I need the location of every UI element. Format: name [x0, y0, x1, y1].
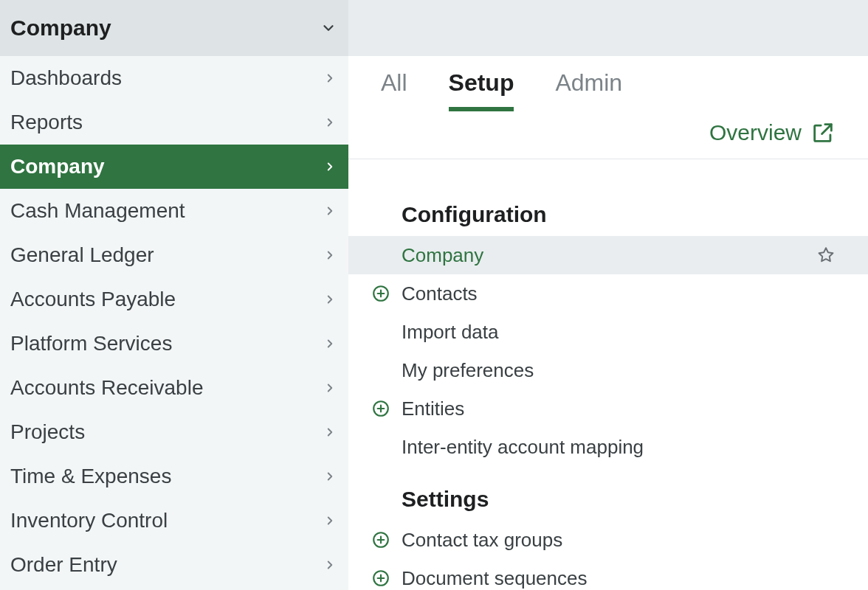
entry-document-sequences[interactable]: Document sequences [348, 559, 868, 590]
sidebar-item-label: Projects [10, 420, 85, 444]
section-gap [348, 466, 868, 487]
sidebar-item-order-entry[interactable]: Order Entry [0, 543, 348, 587]
overview-link[interactable]: Overview [709, 120, 802, 145]
entry-my-preferences[interactable]: My preferences [348, 351, 868, 389]
entry-label: Entities [402, 398, 464, 420]
chevron-right-icon [323, 72, 337, 85]
tab-admin[interactable]: Admin [555, 69, 622, 111]
chevron-right-icon [323, 293, 337, 306]
sidebar-item-reports[interactable]: Reports [0, 100, 348, 145]
entry-company[interactable]: Company [348, 236, 868, 274]
star-icon[interactable] [816, 246, 836, 265]
sidebar-item-inventory-control[interactable]: Inventory Control [0, 499, 348, 543]
chevron-right-icon [323, 337, 337, 350]
plus-circle-icon[interactable] [371, 530, 391, 549]
sidebar-item-label: Cash Management [10, 199, 185, 223]
overview-row: Overview [348, 111, 868, 159]
chevron-right-icon [323, 381, 337, 395]
section-title: Settings [348, 487, 868, 521]
entry-contacts[interactable]: Contacts [348, 274, 868, 313]
plus-circle-icon[interactable] [371, 399, 391, 418]
sidebar-item-label: Reports [10, 111, 83, 134]
chevron-right-icon [323, 426, 337, 439]
sidebar-item-accounts-payable[interactable]: Accounts Payable [0, 277, 348, 322]
main-header-spacer [348, 0, 868, 56]
tab-all[interactable]: All [381, 69, 407, 111]
entry-inter-entity-account-mapping[interactable]: Inter-entity account mapping [348, 428, 868, 466]
sidebar-item-cash-management[interactable]: Cash Management [0, 189, 348, 233]
entry-label: Contacts [402, 282, 478, 305]
external-link-icon[interactable] [810, 120, 836, 145]
entry-label: Import data [402, 321, 499, 344]
chevron-right-icon [323, 116, 337, 129]
entry-label: Inter-entity account mapping [402, 436, 644, 459]
sidebar-item-label: Order Entry [10, 553, 117, 577]
entry-label: Contact tax groups [402, 529, 562, 552]
section-title: Configuration [348, 202, 868, 236]
sidebar-item-label: Time & Expenses [10, 465, 171, 488]
sidebar-header-title: Company [10, 15, 111, 41]
sidebar-items: DashboardsReportsCompanyCash ManagementG… [0, 56, 348, 590]
chevron-right-icon [323, 204, 337, 218]
entry-label: Document sequences [402, 567, 587, 590]
chevron-right-icon [323, 249, 337, 262]
plus-circle-icon[interactable] [371, 284, 391, 303]
entry-label: Company [402, 244, 483, 267]
sidebar-item-company[interactable]: Company [0, 145, 348, 189]
tabs: AllSetupAdmin [348, 56, 868, 111]
sidebar-item-label: Accounts Payable [10, 288, 176, 311]
chevron-right-icon [323, 160, 337, 173]
plus-circle-icon[interactable] [371, 569, 391, 588]
sidebar-item-general-ledger[interactable]: General Ledger [0, 233, 348, 277]
sidebar-item-platform-services[interactable]: Platform Services [0, 322, 348, 366]
panel: AllSetupAdmin Overview ConfigurationComp… [348, 56, 868, 590]
sidebar-item-time-expenses[interactable]: Time & Expenses [0, 454, 348, 499]
chevron-right-icon [323, 558, 337, 572]
sidebar-item-label: General Ledger [10, 243, 154, 267]
chevron-down-icon [320, 20, 337, 36]
chevron-right-icon [323, 514, 337, 527]
sidebar-item-accounts-receivable[interactable]: Accounts Receivable [0, 366, 348, 410]
sidebar-item-label: Inventory Control [10, 509, 168, 532]
sidebar: Company DashboardsReportsCompanyCash Man… [0, 0, 348, 590]
entry-label: My preferences [402, 359, 534, 382]
sidebar-item-label: Accounts Receivable [10, 376, 203, 400]
sidebar-item-dashboards[interactable]: Dashboards [0, 56, 348, 100]
sidebar-item-label: Dashboards [10, 66, 122, 90]
entry-import-data[interactable]: Import data [348, 313, 868, 351]
chevron-right-icon [323, 470, 337, 483]
sidebar-header[interactable]: Company [0, 0, 348, 56]
entry-contact-tax-groups[interactable]: Contact tax groups [348, 521, 868, 559]
entry-entities[interactable]: Entities [348, 389, 868, 428]
sidebar-item-projects[interactable]: Projects [0, 410, 348, 454]
sidebar-item-label: Company [10, 155, 105, 178]
main-panel: AllSetupAdmin Overview ConfigurationComp… [348, 0, 868, 590]
tab-setup[interactable]: Setup [449, 69, 514, 111]
sidebar-item-label: Platform Services [10, 332, 172, 355]
content-scroll[interactable]: ConfigurationCompanyContactsImport dataM… [348, 181, 868, 590]
